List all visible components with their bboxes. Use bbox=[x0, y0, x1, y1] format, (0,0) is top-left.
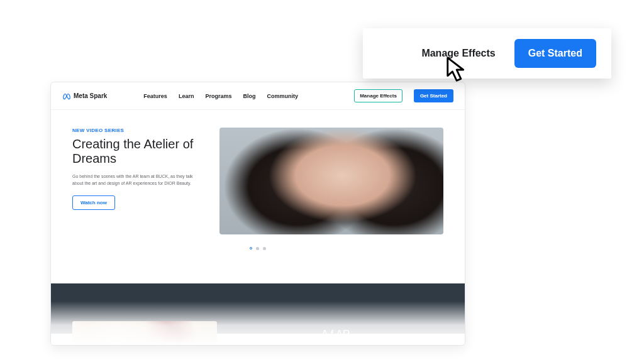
section-peek-image bbox=[72, 321, 217, 346]
header-callout-magnified: Manage Effects Get Started bbox=[363, 28, 611, 79]
section-peek-heading: A f AR bbox=[321, 329, 350, 340]
get-started-button-large[interactable]: Get Started bbox=[514, 39, 596, 68]
nav-community[interactable]: Community bbox=[267, 93, 298, 99]
carousel-dot-2[interactable] bbox=[256, 247, 259, 250]
watch-now-button[interactable]: Watch now bbox=[72, 195, 115, 210]
hero-description: Go behind the scenes with the AR team at… bbox=[72, 173, 204, 187]
top-nav: Meta Spark Features Learn Programs Blog … bbox=[51, 82, 465, 110]
hero-video-thumbnail[interactable] bbox=[219, 128, 443, 234]
carousel-dot-1[interactable] bbox=[250, 247, 252, 250]
carousel-dots bbox=[51, 247, 465, 250]
nav-learn[interactable]: Learn bbox=[179, 93, 194, 99]
manage-effects-button[interactable]: Manage Effects bbox=[354, 89, 402, 102]
hero-title: Creating the Atelier of Dreams bbox=[72, 137, 204, 166]
hero-copy: NEW VIDEO SERIES Creating the Atelier of… bbox=[72, 128, 204, 234]
browser-window: Meta Spark Features Learn Programs Blog … bbox=[50, 82, 465, 346]
nav-blog[interactable]: Blog bbox=[243, 93, 255, 99]
nav-features[interactable]: Features bbox=[143, 93, 167, 99]
meta-logo-icon bbox=[62, 92, 71, 101]
brand-logo[interactable]: Meta Spark bbox=[62, 92, 107, 101]
brand-name: Meta Spark bbox=[74, 92, 107, 99]
nav-programs[interactable]: Programs bbox=[205, 93, 231, 99]
hero-eyebrow: NEW VIDEO SERIES bbox=[72, 128, 204, 133]
get-started-button[interactable]: Get Started bbox=[414, 89, 453, 102]
hero-section: NEW VIDEO SERIES Creating the Atelier of… bbox=[51, 110, 465, 241]
manage-effects-link-large[interactable]: Manage Effects bbox=[421, 48, 495, 59]
carousel-dot-3[interactable] bbox=[263, 247, 266, 250]
